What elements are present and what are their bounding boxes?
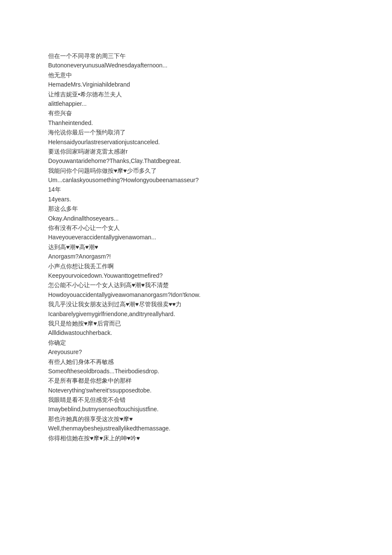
text-line-line12: Doyouwantaridehome?Thanks,Clay.Thatdbegr… <box>48 156 344 166</box>
text-line-line14: Um...canlaskyousomething?Howlongyoubeena… <box>48 175 344 185</box>
text-line-line41: 你得相信她在按♥摩♥床上的呻♥吟♥ <box>48 433 344 443</box>
main-content: 但在一个不同寻常的周三下午ButononeveryunusualWednesda… <box>48 51 344 443</box>
text-line-line35: 不是所有事都是你想象中的那样 <box>48 376 344 385</box>
text-line-line1: 但在一个不同寻常的周三下午 <box>48 51 344 61</box>
text-line-line20: Haveyoueveraccidentallygivenawoman... <box>48 232 344 242</box>
text-line-line13: 我能问你个问题吗你做按♥摩♥少币多久了 <box>48 166 344 175</box>
text-line-line27: 我几乎没让我女朋友达到过高♥潮♥尽管我很卖♥♥力 <box>48 299 344 309</box>
text-line-line6: alittlehappier... <box>48 99 344 108</box>
text-line-line16: 14years. <box>48 195 344 204</box>
text-line-line22: Anorgasm?Anorgasm?! <box>48 252 344 261</box>
text-line-line23: 小声点你想让我丢工作啊 <box>48 262 344 271</box>
text-line-line31: 你确定 <box>48 338 344 347</box>
text-line-line40: Well,thenmaybeshejustreallylikedthemassa… <box>48 424 344 433</box>
text-line-line8: Thanheintended. <box>48 118 344 128</box>
text-line-line25: 怎公能不小心让一个女人达到高♥潮♥我不清楚 <box>48 280 344 290</box>
text-line-line24: Keepyourvoicedown.Youwanttogetmefired? <box>48 271 344 280</box>
text-line-line39: 那也许她真的很享受这次按♥摩♥ <box>48 414 344 424</box>
text-line-line11: 要送你回家吗谢谢克雷太感谢r <box>48 147 344 156</box>
text-line-line37: 我眼睛是看不见但感觉不会错 <box>48 395 344 404</box>
text-line-line19: 你有没有不小心让一个女人 <box>48 223 344 232</box>
text-line-line3: 他无意中 <box>48 70 344 80</box>
text-line-line18: Okay.Andinallthoseyears... <box>48 214 344 223</box>
text-line-line38: Imaybeblind,butmysenseoftouchisjustfine. <box>48 404 344 414</box>
text-line-line32: Areyousure? <box>48 347 344 357</box>
text-line-line2: ButononeveryunusualWednesdayafternoon... <box>48 61 344 70</box>
text-line-line4: HemadeMrs.Virginiahildebrand <box>48 80 344 89</box>
text-line-line17: 那这么多年 <box>48 204 344 213</box>
text-line-line33: 有些人她们身体不再敏感 <box>48 357 344 366</box>
text-line-line5: 让维吉妮亚•希尔德布兰夫人 <box>48 90 344 99</box>
text-line-line34: Someoftheseoldbroads...Theirbodiesdrop. <box>48 366 344 376</box>
text-line-line9: 海伦说你最后一个预约取消了 <box>48 128 344 137</box>
text-line-line15: 14年 <box>48 185 344 194</box>
text-line-line29: 我只是给她按♥摩♥后背而已 <box>48 319 344 328</box>
text-line-line26: Howdoyouaccidentallygiveawomananorgasm?I… <box>48 290 344 299</box>
text-line-line10: Helensaidyourlastreservationjustcanceled… <box>48 137 344 147</box>
text-line-line28: Icanbarelygivemygirlfriendone,andItryrea… <box>48 309 344 319</box>
text-line-line30: Allldidwastouchherback. <box>48 328 344 337</box>
text-line-line7: 有些兴奋 <box>48 108 344 118</box>
text-line-line36: Noteverything'swhereit'ssupposedtobe. <box>48 386 344 395</box>
text-line-line21: 达到高♥潮♥高♥潮♥ <box>48 242 344 252</box>
